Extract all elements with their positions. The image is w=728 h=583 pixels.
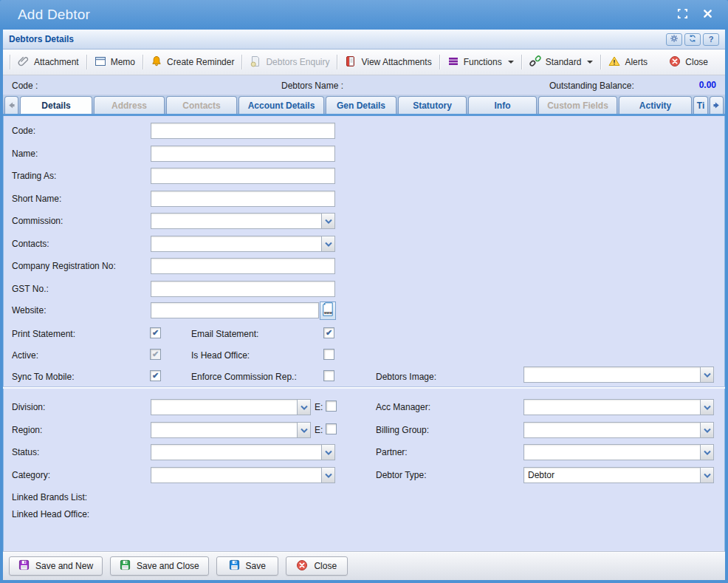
toolbar-separator [10,55,10,69]
gear-icon [670,34,679,44]
chevron-down-icon [700,468,713,483]
close-window-button[interactable] [701,9,713,21]
name-input[interactable] [151,146,335,162]
chevron-down-icon [321,445,334,460]
svg-text:www: www [323,311,332,315]
tab-details[interactable]: Details [20,96,92,114]
maximize-button[interactable] [676,9,688,21]
region-dropdown[interactable] [151,422,311,438]
combo-value: Debtor [528,470,554,480]
standard-menu-button[interactable]: Standard [523,53,600,71]
company-registration-no-input[interactable] [151,258,335,274]
print-statement-checkbox[interactable]: ✔ [150,327,161,338]
close-form-button[interactable]: Close [286,556,348,576]
panel-title: Debtors Details [9,34,74,44]
memo-button[interactable]: Memo [88,53,142,71]
alerts-button[interactable]: Alerts [602,53,654,71]
attachment-button[interactable]: Attachment [11,53,86,71]
chevron-down-icon [700,445,713,460]
print-statement-label: Print Statement: [12,329,75,339]
short-name-input[interactable] [151,191,335,207]
tab-label: Info [495,100,511,111]
functions-menu-button[interactable]: Functions [441,53,521,71]
memo-icon [95,55,106,69]
view-attachments-button[interactable]: View Attachments [338,53,438,71]
region-e-checkbox[interactable] [326,423,337,434]
enforce-commission-rep-checkbox[interactable] [323,370,334,381]
tab-contacts: Contacts [166,96,237,114]
contacts-label: Contacts: [12,239,49,249]
status-label: Status: [12,447,39,457]
help-icon: ? [709,35,714,44]
settings-button[interactable] [666,33,682,46]
save-button[interactable]: Save [216,556,278,576]
tab-strip: Details Address Contacts Account Details… [3,95,725,116]
website-label: Website: [12,305,46,316]
create-reminder-button[interactable]: Create Reminder [144,53,241,71]
website-input[interactable] [151,302,319,318]
debtor-type-dropdown[interactable]: Debtor [523,467,714,483]
save-and-close-button[interactable]: Save and Close [110,556,209,576]
commission-dropdown[interactable] [151,213,335,229]
gst-no-input[interactable] [151,281,335,297]
tab-label: Account Details [248,100,315,111]
save-floppy-purple-icon [18,559,30,573]
save-and-new-button[interactable]: Save and New [9,556,103,576]
email-statement-checkbox[interactable]: ✔ [323,327,334,338]
toolbar-label: Close [685,57,708,67]
tab-address: Address [94,96,165,114]
debtors-image-dropdown[interactable] [523,366,714,383]
chevron-down-icon [321,468,334,483]
status-dropdown[interactable] [151,444,335,460]
region-label: Region: [12,425,42,435]
division-dropdown[interactable] [151,399,311,415]
outstanding-balance-value: 0.00 [699,80,716,90]
tab-gen-details[interactable]: Gen Details [326,96,396,114]
linked-brands-list-label: Linked Brands List: [12,492,87,502]
tab-label: Details [41,100,70,111]
document-search-icon [250,55,261,69]
contacts-dropdown[interactable] [151,236,335,252]
trading-as-input[interactable] [151,168,335,184]
tab-statutory[interactable]: Statutory [398,96,467,114]
is-head-office-checkbox[interactable] [323,349,334,360]
debtors-image-label: Debtors Image: [376,372,436,382]
billing-group-dropdown[interactable] [523,422,714,438]
trading-as-label: Trading As: [12,171,56,181]
debtor-type-label: Debtor Type: [376,470,426,480]
tab-account-details[interactable]: Account Details [238,96,324,114]
link-icon [529,55,541,69]
tab-scroll-left-button[interactable] [4,96,18,114]
category-label: Category: [12,470,50,480]
toolbar-label: View Attachments [361,57,431,67]
tab-activity[interactable]: Activity [619,96,692,114]
toolbar-label: Alerts [625,57,648,67]
chevron-down-icon [700,400,713,415]
division-e-checkbox[interactable] [326,400,337,412]
code-input[interactable] [151,123,335,139]
refresh-button[interactable] [684,33,701,46]
toolbar-separator [241,55,242,69]
category-dropdown[interactable] [151,467,335,483]
partner-dropdown[interactable] [523,444,714,460]
tab-label: Gen Details [337,100,385,111]
close-toolbar-button[interactable]: Close [662,53,715,71]
sync-to-mobile-checkbox[interactable]: ✔ [150,370,161,381]
tab-scroll-right-button[interactable] [710,96,724,114]
classification-form-section: Division: E: Acc Manager: Region: [3,392,725,551]
toolbar-separator [439,55,440,69]
button-label: Save and Close [137,561,199,571]
tab-label: Ti [697,100,704,111]
tab-info[interactable]: Info [468,96,537,114]
tab-label: Statutory [413,100,452,111]
close-circle-icon [669,55,681,69]
tab-truncated[interactable]: Ti [693,96,708,114]
acc-manager-label: Acc Manager: [376,402,430,412]
acc-manager-dropdown[interactable] [523,399,714,415]
open-website-button[interactable]: www [320,301,336,320]
help-button[interactable]: ? [703,33,719,46]
email-statement-label: Email Statement: [191,329,258,339]
button-label: Save and New [35,561,93,571]
chevron-down-icon [700,423,713,437]
add-debtor-window: Add Debtor Debtors Details [0,0,728,583]
